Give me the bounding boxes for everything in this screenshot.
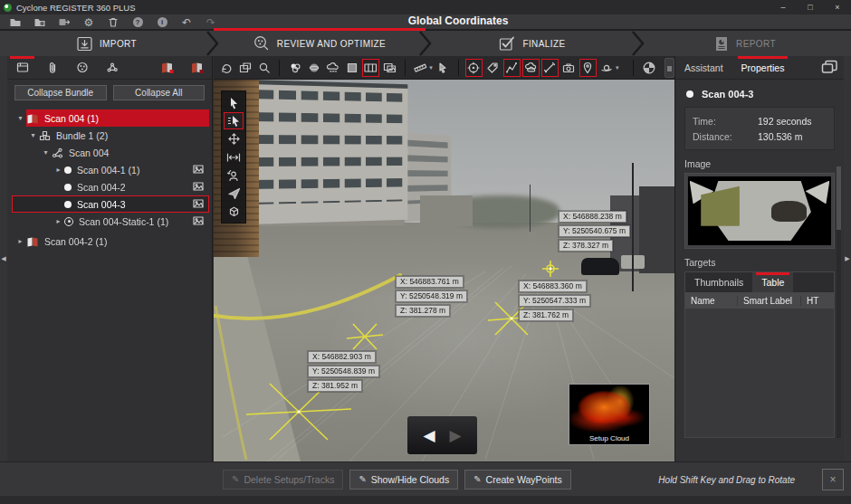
workflow-tab-review-and-optimize[interactable]: REVIEW AND OPTIMIZE [213,31,426,56]
help-icon[interactable]: ? [129,16,146,29]
status-strip [0,496,851,504]
coordinate-label: X: 546882.903 m Y: 5250548.839 m Z: 381.… [308,351,379,392]
plane-mode-icon[interactable] [343,59,360,77]
zoom-slider-thumb[interactable] [667,66,672,71]
minimize-button[interactable]: – [770,0,797,14]
remove-bundle-icon[interactable] [182,56,212,79]
redo-icon: ↷ [203,16,219,29]
coordinate-label: X: 546883.761 m Y: 5250548.319 m Z: 381.… [396,276,467,317]
save-project-icon[interactable] [32,16,48,29]
tree-row-scan-004-3-selected[interactable]: Scan 004-3 [7,195,212,213]
tree-row-scan-004-bundle[interactable]: ▾ Scan 004 (1) [7,109,212,127]
column-ht[interactable]: HT [801,296,834,306]
tab-thumbnails[interactable]: Thumbnails [685,272,752,292]
image-thumb-icon[interactable] [193,182,204,191]
measure-tool-caret[interactable]: ▾ [429,64,433,71]
distance-tool-icon[interactable] [541,59,559,77]
collapse-all-button[interactable]: Collapse All [113,85,206,100]
measure-tool-icon[interactable] [412,59,429,77]
settings-gear-icon[interactable]: ⚙ [81,16,97,29]
tree-row-scan-004-static-1[interactable]: ▸ Scan 004-Static-1 (1) [7,213,212,230]
close-view-button[interactable]: × [822,469,844,490]
column-name[interactable]: Name [685,296,738,306]
fly-icon[interactable] [224,185,244,202]
pan-icon[interactable] [224,130,244,147]
left-panel-collapse-handle[interactable]: ◀ [0,56,7,461]
show-hide-clouds-button[interactable]: ✎ Show/Hide Clouds [349,470,458,490]
window-title: Cyclone REGISTER 360 PLUS [16,3,135,13]
info-icon[interactable]: i [154,16,170,29]
chevron-separator [419,31,432,56]
tree-row-scan-004-1[interactable]: ▸ Scan 004-1 (1) [7,161,212,178]
workflow-tab-import[interactable]: IMPORT [0,31,213,56]
multi-select-arrow-icon[interactable] [224,112,244,129]
undo-icon[interactable]: ↶ [178,16,195,29]
previous-setup-button[interactable]: ◀ [423,426,435,445]
pick-arrow-icon[interactable] [435,59,452,77]
look-around-icon[interactable] [224,166,244,184]
image-thumb-icon[interactable] [193,199,204,208]
menu-bar: ⚙ ? i ↶ ↷ [0,14,851,30]
image-mode-icon[interactable] [381,59,398,77]
windows-layout-icon[interactable] [236,59,253,77]
create-bundle-icon[interactable] [152,56,182,79]
project-tree-panel: Collapse Bundle Collapse All ▾ Scan 004 … [7,56,213,461]
workflow-tab-finalize[interactable]: FINALIZE [426,31,638,56]
zoom-window-icon[interactable] [255,59,273,77]
close-button[interactable]: × [824,0,851,14]
title-bar: Cyclone REGISTER 360 PLUS – □ × [0,0,851,14]
collapse-bundle-button[interactable]: Collapse Bundle [14,85,107,100]
pano-preview-frame[interactable] [684,173,835,249]
distance-label: Distance: [693,131,758,142]
tab-sites[interactable] [67,56,97,79]
waypoint-tool-icon[interactable] [579,59,597,77]
detach-panel-icon[interactable] [820,59,838,75]
tree-row-scan-004-2-bundle[interactable]: ▸ Scan 004-2 (1) [7,233,212,250]
sphere-mode-icon[interactable] [305,59,322,77]
rotate-view-icon[interactable] [217,59,234,77]
view-ball-icon[interactable] [640,59,657,77]
delete-trash-icon[interactable] [105,16,121,29]
target-tool-icon[interactable] [465,59,483,77]
select-arrow-icon[interactable] [224,94,244,111]
create-waypoints-button[interactable]: ✎ Create WayPoints [464,470,571,490]
image-thumb-icon[interactable] [193,216,204,225]
polyline-tool-icon[interactable] [503,59,521,77]
column-smart-label[interactable]: Smart Label [738,296,801,306]
app-logo-icon [4,4,12,12]
zoom-slider[interactable] [665,58,674,78]
camera-tool-icon[interactable] [560,59,578,77]
report-icon [713,35,730,52]
panel-scrollbar[interactable] [837,166,841,438]
tab-links[interactable] [97,56,127,79]
cube-view-icon[interactable] [224,203,244,220]
orbit-tool-caret[interactable]: ▾ [616,64,619,71]
open-project-icon[interactable] [7,16,24,29]
orbit-tool-icon[interactable] [598,59,616,77]
tab-attachments[interactable] [37,56,67,79]
office-building [250,80,407,224]
setup-cloud-thumbnail[interactable]: Setup Cloud [569,384,650,445]
tree-row-scan-004-2[interactable]: Scan 004-2 [7,178,212,195]
right-panel-collapse-handle[interactable]: ▶ [844,56,851,461]
tree-actions: Collapse Bundle Collapse All [7,80,212,104]
panorama-mode-icon[interactable] [362,59,379,77]
scrollbar-thumb[interactable] [837,166,841,230]
color-mode-icon[interactable] [286,59,303,77]
time-label: Time: [693,116,758,127]
image-thumb-icon[interactable] [193,165,204,174]
tab-properties[interactable]: Properties [732,56,794,79]
active-stage-indicator [214,28,426,31]
smart-label-tool-icon[interactable] [484,59,502,77]
tree-row-bundle-1[interactable]: ▾ Bundle 1 (2) [7,127,212,144]
tree-row-scan-004-group[interactable]: ▾ Scan 004 [7,144,212,161]
zoom-horizontal-icon[interactable] [224,148,244,166]
cloud-select-tool-icon[interactable] [522,59,540,77]
tab-table[interactable]: Table [752,272,793,292]
tab-assistant[interactable]: Assistant [675,56,732,79]
export-icon[interactable] [56,16,72,29]
cloud-mode-icon[interactable] [324,59,341,77]
tab-project[interactable] [7,56,37,79]
pano-viewport-canvas[interactable]: X: 546888.238 m Y: 5250540.675 m Z: 378.… [214,80,674,461]
maximize-button[interactable]: □ [797,0,824,14]
